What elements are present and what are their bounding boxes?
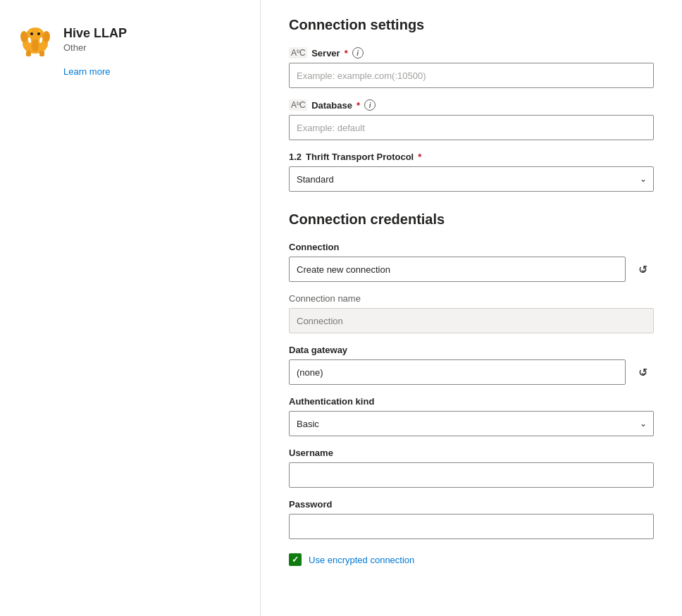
encrypted-label[interactable]: Use encrypted connection <box>309 555 414 565</box>
data-gateway-field-group: Data gateway (none) ⌄ ↺ <box>289 345 654 385</box>
password-label-text: Password <box>289 499 332 510</box>
hive-logo <box>17 21 54 58</box>
password-field-group: Password <box>289 499 654 539</box>
protocol-label-row: 1.2 Thrift Transport Protocol * <box>289 152 654 162</box>
database-required: * <box>356 100 360 111</box>
connection-select[interactable]: Create new connection <box>289 257 626 282</box>
data-gateway-label-text: Data gateway <box>289 345 347 355</box>
sidebar-title-group: Hive LLAP Other <box>63 26 127 53</box>
data-gateway-refresh-button[interactable]: ↺ <box>631 361 654 383</box>
server-input[interactable] <box>289 63 654 88</box>
connection-label-row: Connection <box>289 242 654 252</box>
server-abc-icon: AᵇC <box>289 47 307 58</box>
server-label-row: AᵇC Server * i <box>289 47 654 58</box>
database-field-group: AᵇC Database * i <box>289 99 654 140</box>
main-content: Connection settings AᵇC Server * i AᵇC D… <box>261 0 682 616</box>
protocol-select[interactable]: Standard HTTP <box>289 166 654 192</box>
data-gateway-label-row: Data gateway <box>289 345 654 355</box>
auth-kind-select-wrapper: Basic Windows None ⌄ <box>289 411 654 436</box>
protocol-select-wrapper: Standard HTTP ⌄ <box>289 166 654 192</box>
logo-area: Hive LLAP Other <box>17 21 127 58</box>
database-input[interactable] <box>289 115 654 140</box>
svg-point-2 <box>20 31 27 42</box>
database-abc-icon: AᵇC <box>289 99 307 111</box>
svg-rect-9 <box>39 51 44 56</box>
sidebar-category: Other <box>63 42 127 53</box>
server-field-group: AᵇC Server * i <box>289 47 654 88</box>
svg-rect-8 <box>26 51 31 56</box>
server-label-text: Server <box>311 48 340 58</box>
svg-point-11 <box>39 30 40 32</box>
auth-kind-label-row: Authentication kind <box>289 396 654 407</box>
sidebar-app-name: Hive LLAP <box>63 26 127 41</box>
connection-name-label: Connection name <box>289 293 654 304</box>
protocol-label-text: 1.2 <box>289 152 302 162</box>
auth-kind-select[interactable]: Basic Windows None <box>289 411 654 436</box>
connection-select-wrapper: Create new connection ⌄ ↺ <box>289 257 654 282</box>
encrypted-connection-row: ✓ Use encrypted connection <box>289 553 654 566</box>
connection-label-text: Connection <box>289 242 340 252</box>
connection-credentials-section: Connection credentials Connection Create… <box>289 211 654 566</box>
connection-name-field-group: Connection name <box>289 293 654 333</box>
connection-credentials-title: Connection credentials <box>289 211 654 228</box>
svg-point-4 <box>30 32 33 35</box>
connection-settings-title: Connection settings <box>289 17 654 33</box>
auth-kind-field-group: Authentication kind Basic Windows None ⌄ <box>289 396 654 436</box>
database-label-row: AᵇC Database * i <box>289 99 654 111</box>
checkmark-icon: ✓ <box>292 555 299 564</box>
svg-point-10 <box>30 30 32 32</box>
username-input[interactable] <box>289 462 654 488</box>
data-gateway-select[interactable]: (none) <box>289 359 626 385</box>
password-input[interactable] <box>289 514 654 539</box>
sidebar: Hive LLAP Other Learn more <box>0 0 261 616</box>
svg-point-5 <box>37 32 40 35</box>
data-gateway-select-wrapper: (none) ⌄ ↺ <box>289 359 654 385</box>
database-label-text: Database <box>311 100 352 111</box>
server-required: * <box>345 48 348 58</box>
connection-settings-section: Connection settings AᵇC Server * i AᵇC D… <box>289 17 654 192</box>
connection-refresh-button[interactable]: ↺ <box>631 258 654 281</box>
password-label-row: Password <box>289 499 654 510</box>
protocol-label-main: Thrift Transport Protocol <box>306 152 414 162</box>
connection-field-group: Connection Create new connection ⌄ ↺ <box>289 242 654 282</box>
protocol-field-group: 1.2 Thrift Transport Protocol * Standard… <box>289 152 654 192</box>
protocol-required: * <box>418 152 421 162</box>
server-info-icon[interactable]: i <box>352 47 364 58</box>
username-label-text: Username <box>289 448 333 458</box>
username-label-row: Username <box>289 448 654 458</box>
svg-point-3 <box>43 31 50 42</box>
encrypted-checkbox[interactable]: ✓ <box>289 553 302 566</box>
learn-more-link[interactable]: Learn more <box>63 66 110 77</box>
database-info-icon[interactable]: i <box>364 99 376 111</box>
connection-name-input[interactable] <box>289 308 654 333</box>
username-field-group: Username <box>289 448 654 488</box>
auth-kind-label-text: Authentication kind <box>289 396 374 407</box>
